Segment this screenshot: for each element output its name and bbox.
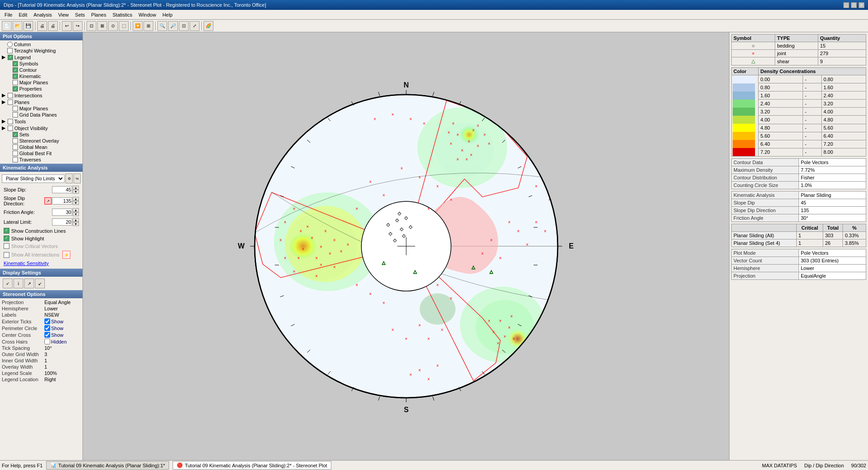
perimeter-circle-chk[interactable] <box>44 325 50 331</box>
global-mean-chk[interactable] <box>13 144 18 150</box>
stereonet-canvas[interactable]: ××× ××× ××× ××× ××× ××× ××× ××× ××× ×× ×… <box>83 32 729 460</box>
zoom-out-button[interactable]: 🔎 <box>168 21 178 31</box>
friction-angle-down[interactable]: ▼ <box>73 212 79 216</box>
filter2-button[interactable]: ⊞ <box>143 21 153 31</box>
friction-angle-spin[interactable]: ▲ ▼ <box>73 208 79 216</box>
select-button[interactable]: ⊡ <box>87 21 96 31</box>
slope-dip-up[interactable]: ▲ <box>73 186 79 190</box>
select3-button[interactable]: ⊙ <box>108 21 118 31</box>
grid-data-checkbox[interactable]: Grid Data Planes <box>0 112 82 118</box>
select2-button[interactable]: ⊠ <box>97 21 107 31</box>
save-button[interactable]: 💾 <box>23 21 33 31</box>
undo-button[interactable]: ↩ <box>62 21 72 31</box>
kinematic-chk[interactable] <box>13 74 18 79</box>
friction-angle-input[interactable] <box>52 209 72 216</box>
global-best-fit-checkbox[interactable]: Global Best Fit <box>0 150 82 157</box>
menu-statistics[interactable]: Statistics <box>110 11 135 18</box>
show-construction-row[interactable]: Show Construction Lines <box>2 227 81 235</box>
cross-hairs-chk[interactable] <box>44 339 50 344</box>
menu-planes[interactable]: Planes <box>88 11 109 18</box>
menu-view[interactable]: View <box>56 11 72 18</box>
new-button[interactable]: 📄 <box>2 21 12 31</box>
print-button[interactable]: 🖨 <box>37 21 47 31</box>
select4-button[interactable]: ⬚ <box>119 21 129 31</box>
exterior-ticks-chk[interactable] <box>44 318 50 324</box>
stereonet-overlay-checkbox[interactable]: Stereonet Overlay <box>0 138 82 144</box>
object-visibility-checkbox[interactable]: ▶ Object Visibility <box>0 125 82 131</box>
menu-file[interactable]: File <box>2 11 15 18</box>
close-button[interactable]: × <box>859 2 864 8</box>
show-intersections-row[interactable]: Show All Intersections ⚡ <box>2 250 81 260</box>
slope-dip-dir-down[interactable]: ▼ <box>73 201 79 205</box>
maximize-button[interactable]: □ <box>851 2 857 8</box>
terzaghi-checkbox[interactable]: Terzaghi Weighting <box>0 48 82 54</box>
zoom-in-button[interactable]: 🔍 <box>157 21 167 31</box>
lateral-limit-up[interactable]: ▲ <box>73 218 79 222</box>
traverses-chk[interactable] <box>13 157 18 162</box>
planes-chk[interactable] <box>8 100 13 105</box>
traverses-checkbox[interactable]: Traverses <box>0 157 82 163</box>
ka-sensitivity-link[interactable]: Kinematic Sensitivity <box>2 260 81 267</box>
ka-info-btn[interactable]: % <box>74 174 81 183</box>
menu-edit[interactable]: Edit <box>16 11 30 18</box>
ds-info-icon[interactable]: i <box>13 279 23 288</box>
menu-sets[interactable]: Sets <box>72 11 87 18</box>
show-intersections-chk[interactable] <box>4 252 9 258</box>
intersections-icon[interactable]: ⚡ <box>62 251 70 259</box>
ds-check-icon[interactable]: ✓ <box>3 279 13 288</box>
tab-1[interactable]: 📊 Tutorial 09 Kinematic Analysis (Planar… <box>46 461 169 470</box>
stereonet-overlay-chk[interactable] <box>13 138 18 144</box>
lateral-limit-down[interactable]: ▼ <box>73 222 79 226</box>
tools-checkbox[interactable]: ▶ Tools <box>0 118 82 125</box>
menu-window[interactable]: Window <box>136 11 159 18</box>
kinematic-checkbox[interactable]: Kinematic <box>0 73 82 79</box>
contour-chk[interactable] <box>13 67 18 73</box>
slope-dip-spin[interactable]: ▲ ▼ <box>73 186 79 194</box>
plot-options-header[interactable]: Plot Options <box>0 32 82 40</box>
tab-2[interactable]: 🔴 Tutorial 09 Kinematic Analysis (Planar… <box>173 461 331 470</box>
center-cross-chk[interactable] <box>44 332 50 338</box>
ds-export2-icon[interactable]: ↙ <box>35 279 45 288</box>
stereonet-options-header[interactable]: Stereonet Options <box>0 290 82 298</box>
friction-angle-up[interactable]: ▲ <box>73 208 79 212</box>
slope-dip-dir-input[interactable] <box>52 197 72 205</box>
symbols-chk[interactable] <box>13 61 18 66</box>
menu-analysis[interactable]: Analysis <box>31 11 55 18</box>
show-construction-chk[interactable] <box>4 228 9 234</box>
symbols-checkbox[interactable]: Symbols <box>0 61 82 67</box>
show-critical-row[interactable]: Show Critical Vectors <box>2 242 81 250</box>
minimize-button[interactable]: _ <box>843 2 849 8</box>
major-planes2-checkbox[interactable]: Major Planes <box>0 105 82 112</box>
print2-button[interactable]: 🖨 <box>48 21 58 31</box>
terzaghi-chk[interactable] <box>7 48 13 53</box>
tools-chk[interactable] <box>8 119 13 124</box>
display-settings-header[interactable]: Display Settings <box>0 269 82 277</box>
properties-chk[interactable] <box>13 86 18 91</box>
intersections-checkbox[interactable]: ▶ Intersections <box>0 92 82 99</box>
ds-export-icon[interactable]: ↗ <box>24 279 34 288</box>
ka-mode-dropdown[interactable]: Planar Sliding (No Limits) <box>2 174 65 183</box>
column-radio-btn[interactable] <box>7 42 13 47</box>
show-critical-chk[interactable] <box>4 243 9 249</box>
ka-settings-btn[interactable]: ⚙ <box>65 174 73 183</box>
major-planes-chk[interactable] <box>13 80 18 85</box>
slope-dir-icon[interactable]: ↗ <box>44 197 52 205</box>
kinematic-analysis-header[interactable]: Kinematic Analysis <box>0 164 82 172</box>
zoom-ext-button[interactable]: ⤢ <box>190 21 200 31</box>
color-button[interactable]: 🌈 <box>204 21 213 31</box>
slope-dip-dir-up[interactable]: ▲ <box>73 197 79 201</box>
grid-data-chk[interactable] <box>13 112 18 118</box>
column-radio[interactable]: Column <box>0 41 82 48</box>
sets-chk[interactable] <box>13 132 18 137</box>
object-vis-chk[interactable] <box>8 126 13 131</box>
filter-button[interactable]: 🔽 <box>133 21 143 31</box>
intersections-chk[interactable] <box>8 93 13 98</box>
open-button[interactable]: 📂 <box>13 21 22 31</box>
legend-chk[interactable] <box>8 55 13 60</box>
ka-sensitivity-label[interactable]: Kinematic Sensitivity <box>4 261 49 266</box>
global-mean-checkbox[interactable]: Global Mean <box>0 144 82 150</box>
slope-dip-input[interactable] <box>52 186 72 193</box>
show-highlight-row[interactable]: Show Highlight <box>2 235 81 242</box>
major-planes2-chk[interactable] <box>13 106 18 111</box>
contour-checkbox[interactable]: Contour <box>0 67 82 73</box>
